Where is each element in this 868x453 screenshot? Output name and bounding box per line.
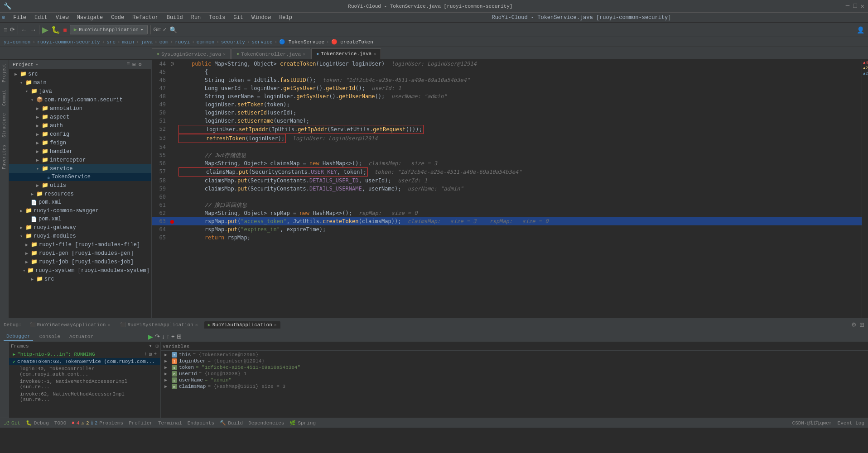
tree-item-annotation[interactable]: ▶ 📁 annotation [9, 104, 151, 113]
tree-item-config[interactable]: ▶ 📁 config [9, 130, 151, 138]
tree-item-tokenservice[interactable]: ☕ TokenService [9, 173, 151, 181]
stop-button[interactable]: ■ [63, 26, 67, 33]
sort-frames-btn[interactable]: ↕ [144, 351, 147, 357]
structure-icon[interactable]: Structure [2, 113, 7, 138]
close-button[interactable]: ✕ [861, 2, 864, 10]
bc-src[interactable]: src [106, 39, 116, 45]
bc-ruoyi[interactable]: ruoyi [175, 39, 190, 45]
code-editor[interactable]: 44 @ public Map<String, Object> createTo… [152, 60, 862, 318]
frame-item-3[interactable]: invoke0:-1, NativeMethodAccessorImpl (su… [9, 378, 160, 391]
sb-terminal[interactable]: Terminal [158, 420, 182, 426]
menu-view[interactable]: View [52, 14, 72, 22]
tab-tokencontroller[interactable]: ● TokenController.java ✕ [231, 48, 310, 59]
debug-session-gateway[interactable]: ⬛ RuoYiGatewayApplication ✕ [26, 321, 114, 329]
evaluate-button[interactable]: ⊞ [177, 333, 182, 340]
sb-profiler[interactable]: Profiler [129, 420, 153, 426]
add-frame-btn[interactable]: + [154, 351, 157, 357]
var-loginuser[interactable]: ▶ l loginUser = {LoginUser@12914} [161, 358, 868, 364]
sb-problems[interactable]: ✖ 4 ⚠ 2 ℹ 2 Problems [72, 420, 123, 426]
menu-tools[interactable]: Tools [205, 14, 229, 22]
bc-createtoken[interactable]: 🔴 createToken [331, 39, 373, 45]
frame-item-4[interactable]: invoke:62, NativeMethodAccessorImpl (sun… [9, 391, 160, 403]
tree-item-service[interactable]: ▾ 📁 service [9, 164, 151, 173]
sb-debug[interactable]: 🐛 Debug [26, 420, 49, 426]
sb-dependencies[interactable]: Dependencies [248, 420, 284, 426]
bc-com[interactable]: com [159, 39, 169, 45]
sb-todo[interactable]: TODO [54, 420, 66, 426]
step-out-button[interactable]: ↑ [167, 333, 170, 340]
tree-item-src[interactable]: ▶ 📁 src [9, 70, 151, 78]
tree-item-src-system[interactable]: ▶ 📁 src [9, 275, 151, 283]
bc-ruoyi-common-security[interactable]: ruoyi-common-security [37, 39, 100, 45]
menu-run[interactable]: Run [188, 14, 205, 22]
system-session-close[interactable]: ✕ [195, 322, 198, 328]
thread-dropdown[interactable]: ▾ [149, 343, 152, 349]
bc-service[interactable]: service [251, 39, 272, 45]
tree-item-main[interactable]: ▾ 📁 main [9, 78, 151, 87]
tree-item-swagger[interactable]: ▶ 📁 ruoyi-common-swagger [9, 206, 151, 215]
menu-refactor[interactable]: Refactor [129, 14, 162, 22]
collapse-all-button[interactable]: ≡ [126, 61, 130, 68]
tree-item-modules[interactable]: ▾ 📁 ruoyi-modules [9, 232, 151, 240]
menu-build[interactable]: Build [163, 14, 187, 22]
tree-item-job[interactable]: ▶ 📁 ruoyi-job [ruoyi-modules-job] [9, 257, 151, 266]
project-toggle-button[interactable]: ≡ [4, 26, 7, 33]
tree-item-pom1[interactable]: 📄 pom.xml [9, 198, 151, 206]
run-button[interactable]: ▶ [42, 25, 48, 35]
frame-item-1[interactable]: ✔ createToken:63, TokenService (com.ruoy… [9, 358, 160, 365]
expand-all-button[interactable]: ⊞ [132, 61, 135, 68]
favorites-icon[interactable]: Favorites [2, 145, 7, 169]
console-tab[interactable]: Console [37, 333, 63, 340]
sb-spring[interactable]: 🌿 Spring [289, 420, 316, 426]
tree-item-auth[interactable]: ▶ 📁 auth [9, 121, 151, 130]
tree-item-gen[interactable]: ▶ 📁 ruoyi-gen [ruoyi-modules-gen] [9, 249, 151, 257]
search-button[interactable]: 🔍 [169, 26, 177, 33]
tree-item-system[interactable]: ▾ 📁 ruoyi-system [ruoyi-modules-system] [9, 266, 151, 275]
tree-item-resources[interactable]: ▶ 📁 resources [9, 190, 151, 198]
frame-thread-running[interactable]: ▶ "http-nio-9...in": RUNNING ↕ ⊞ + [9, 350, 160, 358]
sync-button[interactable]: ⟳ [10, 26, 15, 33]
menu-edit[interactable]: Edit [31, 14, 51, 22]
bc-common[interactable]: common [197, 39, 215, 45]
step-over-button[interactable]: ↷ [155, 333, 160, 340]
tab-tokenservice[interactable]: ● TokenService.java ✕ [311, 48, 381, 59]
auth-session-close[interactable]: ✕ [274, 322, 277, 328]
resume-button[interactable]: ▶ [148, 333, 153, 340]
var-claimsmap[interactable]: ▶ m claimsMap = {HashMap@13211} size = 3 [161, 383, 868, 390]
debugger-tab[interactable]: Debugger [4, 333, 33, 341]
tree-item-feign[interactable]: ▶ 📁 feign [9, 138, 151, 147]
project-dropdown-icon[interactable]: ▾ [35, 62, 39, 67]
tab-sysloginservice[interactable]: ● SysLoginService.java ✕ [152, 48, 231, 59]
maximize-button[interactable]: □ [853, 2, 857, 10]
var-userid[interactable]: ▶ n userId = {Long@13038} 1 [161, 371, 868, 377]
tree-item-handler[interactable]: ▶ 📁 handler [9, 147, 151, 156]
bc-tokenservice[interactable]: 🔵 TokenService [279, 39, 324, 45]
tree-item-pom2[interactable]: 📄 pom.xml [9, 215, 151, 223]
settings-button[interactable]: 👤 [857, 26, 864, 33]
var-token[interactable]: ▶ s token = "1df2cb4c-a25e-4511-69a10a54… [161, 364, 868, 371]
menu-code[interactable]: Code [107, 14, 128, 22]
step-into-button[interactable]: ↓ [162, 333, 165, 340]
menu-file[interactable]: File [10, 14, 30, 22]
settings-panel-button[interactable]: ⚙ [139, 61, 142, 68]
menu-window[interactable]: Window [248, 14, 275, 22]
sb-endpoints[interactable]: Endpoints [188, 420, 214, 426]
debug-session-system[interactable]: ⬛ RuoYiSystemApplication ✕ [116, 321, 201, 329]
sb-event-log[interactable]: Event Log [838, 420, 864, 426]
run-config-dropdown[interactable]: ▶ RuoYiAuthApplication ▾ [70, 25, 148, 34]
forward-navigation-button[interactable]: → [30, 26, 36, 33]
tree-item-package[interactable]: ▾ 📦 com.ruoyi.common.securit [9, 95, 151, 104]
sb-git[interactable]: ⎇ Git [4, 420, 20, 426]
project-icon[interactable]: Project [2, 63, 7, 82]
frame-item-2[interactable]: login:40, TokenController (com.ruoyi.aut… [9, 365, 160, 378]
bc-java[interactable]: java [141, 39, 153, 45]
debug-settings-button[interactable]: ⚙ [851, 321, 857, 328]
add-watch-button[interactable]: + [171, 333, 175, 340]
tree-item-utils[interactable]: ▶ 📁 utils [9, 181, 151, 190]
debug-button[interactable]: 🐛 [51, 25, 60, 34]
tree-item-java[interactable]: ▾ 📁 java [9, 87, 151, 95]
tree-item-interceptor[interactable]: ▶ 📁 interceptor [9, 156, 151, 164]
bc-main[interactable]: main [122, 39, 134, 45]
sb-build[interactable]: 🔨 Build [220, 420, 243, 426]
menu-navigate[interactable]: Navigate [73, 14, 107, 22]
